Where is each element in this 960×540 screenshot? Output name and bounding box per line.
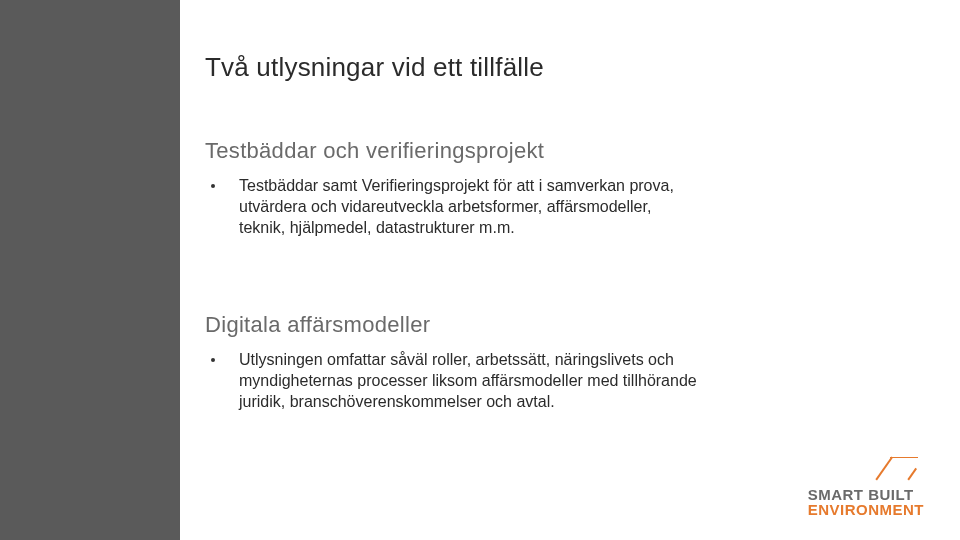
bullet-dot-icon <box>211 358 215 362</box>
section-heading-1: Testbäddar och verifieringsprojekt <box>205 138 905 164</box>
logo-line-1: SMART BUILT <box>808 487 924 503</box>
slide-content: Två utlysningar vid ett tillfälle Testbä… <box>205 0 905 540</box>
brand-logo: SMART BUILT ENVIRONMENT <box>808 457 924 519</box>
bullet-text-2: Utlysningen omfattar såväl roller, arbet… <box>239 350 699 412</box>
logo-line-2: ENVIRONMENT <box>808 502 924 518</box>
page-title: Två utlysningar vid ett tillfälle <box>205 52 905 83</box>
bullet-text-1: Testbäddar samt Verifieringsprojekt för … <box>239 176 699 238</box>
bullet-item-2: Utlysningen omfattar såväl roller, arbet… <box>205 350 905 412</box>
logo-mark-icon <box>870 457 918 485</box>
bullet-dot-icon <box>211 184 215 188</box>
section-heading-2: Digitala affärsmodeller <box>205 312 905 338</box>
sidebar-block <box>0 0 180 540</box>
bullet-item-1: Testbäddar samt Verifieringsprojekt för … <box>205 176 905 238</box>
